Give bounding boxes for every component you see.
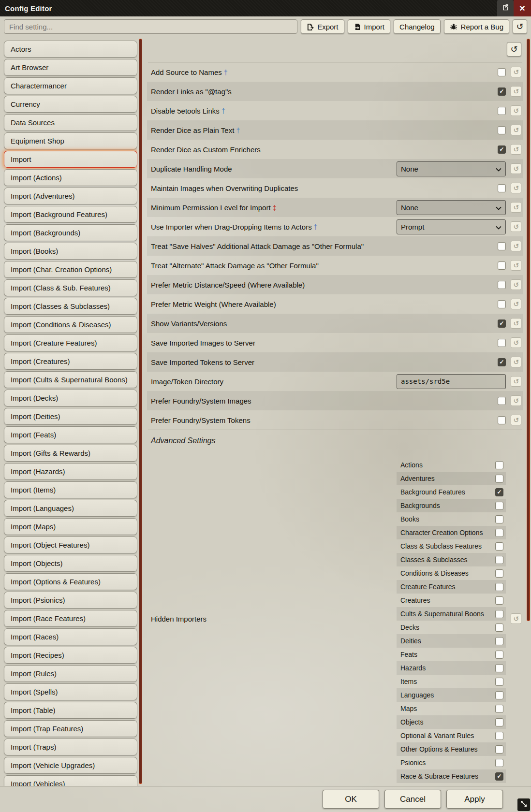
sidebar-item-import-recipes[interactable]: Import (Recipes) bbox=[4, 647, 137, 664]
sidebar-item-import-creature-features[interactable]: Import (Creature Features) bbox=[4, 334, 137, 351]
checkbox[interactable]: ✓ bbox=[498, 242, 506, 250]
sidebar-item-import-trap-features[interactable]: Import (Trap Features) bbox=[4, 720, 137, 737]
checkbox[interactable]: ✓ bbox=[495, 461, 503, 469]
checkbox[interactable]: ✓ bbox=[495, 691, 503, 699]
checkbox[interactable]: ✓ bbox=[495, 678, 503, 686]
resize-handle[interactable] bbox=[517, 798, 530, 811]
sidebar-item-art-browser[interactable]: Art Browser bbox=[4, 59, 137, 76]
checkbox[interactable]: ✓ bbox=[495, 637, 503, 645]
sidebar-item-import-maps[interactable]: Import (Maps) bbox=[4, 518, 137, 535]
sidebar-item-import-options-features[interactable]: Import (Options & Features) bbox=[4, 573, 137, 590]
sidebar-item-actors[interactable]: Actors bbox=[4, 41, 137, 58]
checkbox[interactable]: ✓ bbox=[495, 596, 503, 605]
checkbox[interactable]: ✓ bbox=[498, 87, 506, 96]
checkbox[interactable]: ✓ bbox=[495, 718, 503, 726]
checkbox[interactable]: ✓ bbox=[498, 300, 506, 308]
reset-setting-button[interactable]: ↺ bbox=[511, 395, 521, 406]
sidebar-item-import-backgrounds[interactable]: Import (Backgrounds) bbox=[4, 224, 137, 241]
sidebar-item-import-conditions-diseases[interactable]: Import (Conditions & Diseases) bbox=[4, 316, 137, 333]
sidebar-item-import-class-sub-features[interactable]: Import (Class & Sub. Features) bbox=[4, 279, 137, 296]
checkbox[interactable]: ✓ bbox=[498, 358, 506, 366]
close-button[interactable]: ✕ bbox=[514, 0, 531, 16]
reset-setting-button[interactable]: ↺ bbox=[511, 163, 521, 174]
reset-hidden-importers-button[interactable]: ↺ bbox=[511, 613, 521, 624]
reset-setting-button[interactable]: ↺ bbox=[511, 144, 521, 155]
reset-setting-button[interactable]: ↺ bbox=[511, 376, 521, 387]
checkbox[interactable]: ✓ bbox=[495, 583, 503, 591]
reset-setting-button[interactable]: ↺ bbox=[511, 86, 521, 97]
checkbox[interactable]: ✓ bbox=[495, 569, 503, 578]
report-bug-button[interactable]: Report a Bug bbox=[444, 19, 509, 34]
apply-button[interactable]: Apply bbox=[446, 790, 503, 809]
sidebar-item-import-background-features[interactable]: Import (Background Features) bbox=[4, 206, 137, 223]
reset-setting-button[interactable]: ↺ bbox=[511, 183, 521, 193]
popout-button[interactable] bbox=[497, 0, 514, 16]
reset-setting-button[interactable]: ↺ bbox=[511, 241, 521, 251]
select-dropdown[interactable]: None bbox=[397, 200, 506, 215]
checkbox[interactable]: ✓ bbox=[498, 126, 506, 134]
checkbox[interactable]: ✓ bbox=[498, 319, 506, 328]
ok-button[interactable]: OK bbox=[323, 790, 379, 809]
reset-setting-button[interactable]: ↺ bbox=[511, 221, 521, 232]
sidebar-item-import-vehicle-upgrades[interactable]: Import (Vehicle Upgrades) bbox=[4, 757, 137, 774]
sidebar-item-import-traps[interactable]: Import (Traps) bbox=[4, 739, 137, 755]
main-scrollbar-thumb[interactable] bbox=[527, 39, 530, 621]
reset-setting-button[interactable]: ↺ bbox=[511, 67, 521, 77]
reset-setting-button[interactable]: ↺ bbox=[511, 260, 521, 271]
sidebar-item-import[interactable]: Import bbox=[4, 151, 137, 168]
checkbox[interactable]: ✓ bbox=[495, 732, 503, 740]
sidebar-item-import-object-features[interactable]: Import (Object Features) bbox=[4, 536, 137, 553]
reset-setting-button[interactable]: ↺ bbox=[511, 299, 521, 309]
sidebar-scrollbar-thumb[interactable] bbox=[139, 39, 142, 784]
checkbox[interactable]: ✓ bbox=[495, 475, 503, 483]
sidebar-item-charactermancer[interactable]: Charactermancer bbox=[4, 77, 137, 94]
reset-setting-button[interactable]: ↺ bbox=[511, 337, 521, 348]
sidebar-item-import-gifts-rewards[interactable]: Import (Gifts & Rewards) bbox=[4, 445, 137, 462]
select-dropdown[interactable]: Prompt bbox=[397, 219, 506, 234]
sidebar-item-currency[interactable]: Currency bbox=[4, 96, 137, 113]
sidebar-item-import-table[interactable]: Import (Table) bbox=[4, 702, 137, 719]
sidebar-item-import-books[interactable]: Import (Books) bbox=[4, 243, 137, 260]
sidebar-item-import-feats[interactable]: Import (Feats) bbox=[4, 426, 137, 443]
reset-setting-button[interactable]: ↺ bbox=[511, 318, 521, 329]
checkbox[interactable]: ✓ bbox=[495, 556, 503, 564]
main-scrollbar[interactable] bbox=[525, 37, 531, 786]
sidebar-item-import-spells[interactable]: Import (Spells) bbox=[4, 683, 137, 700]
sidebar-item-import-decks[interactable]: Import (Decks) bbox=[4, 390, 137, 406]
reset-setting-button[interactable]: ↺ bbox=[511, 202, 521, 213]
checkbox[interactable]: ✓ bbox=[495, 705, 503, 713]
import-button[interactable]: Import bbox=[348, 19, 391, 34]
checkbox[interactable]: ✓ bbox=[495, 624, 503, 632]
checkbox[interactable]: ✓ bbox=[495, 759, 503, 767]
cancel-button[interactable]: Cancel bbox=[384, 790, 441, 809]
reset-setting-button[interactable]: ↺ bbox=[511, 105, 521, 116]
sidebar-item-equipment-shop[interactable]: Equipment Shop bbox=[4, 132, 137, 149]
sidebar-item-import-races[interactable]: Import (Races) bbox=[4, 628, 137, 645]
sidebar-item-import-actions[interactable]: Import (Actions) bbox=[4, 169, 137, 186]
reset-all-button[interactable]: ↺ bbox=[513, 19, 527, 34]
checkbox[interactable]: ✓ bbox=[495, 651, 503, 659]
checkbox[interactable]: ✓ bbox=[498, 397, 506, 405]
checkbox[interactable]: ✓ bbox=[498, 68, 506, 76]
sidebar-item-import-creatures[interactable]: Import (Creatures) bbox=[4, 353, 137, 370]
search-input[interactable] bbox=[4, 19, 297, 34]
checkbox[interactable]: ✓ bbox=[495, 664, 503, 672]
sidebar-item-import-deities[interactable]: Import (Deities) bbox=[4, 408, 137, 425]
export-button[interactable]: Export bbox=[301, 19, 344, 34]
checkbox[interactable]: ✓ bbox=[495, 515, 503, 523]
sidebar-item-import-cults-supernatural-boons[interactable]: Import (Cults & Supernatural Boons) bbox=[4, 371, 137, 388]
checkbox[interactable]: ✓ bbox=[495, 745, 503, 754]
checkbox[interactable]: ✓ bbox=[495, 610, 503, 618]
select-dropdown[interactable]: None bbox=[397, 161, 506, 176]
checkbox[interactable]: ✓ bbox=[495, 772, 503, 781]
reset-section-button[interactable]: ↺ bbox=[507, 42, 521, 57]
reset-setting-button[interactable]: ↺ bbox=[511, 415, 521, 425]
sidebar-item-import-rules[interactable]: Import (Rules) bbox=[4, 665, 137, 682]
reset-setting-button[interactable]: ↺ bbox=[511, 279, 521, 290]
checkbox[interactable]: ✓ bbox=[498, 339, 506, 347]
sidebar-item-import-adventures[interactable]: Import (Adventures) bbox=[4, 188, 137, 204]
checkbox[interactable]: ✓ bbox=[498, 145, 506, 154]
sidebar-item-import-items[interactable]: Import (Items) bbox=[4, 481, 137, 498]
checkbox[interactable]: ✓ bbox=[498, 184, 506, 192]
reset-setting-button[interactable]: ↺ bbox=[511, 125, 521, 135]
